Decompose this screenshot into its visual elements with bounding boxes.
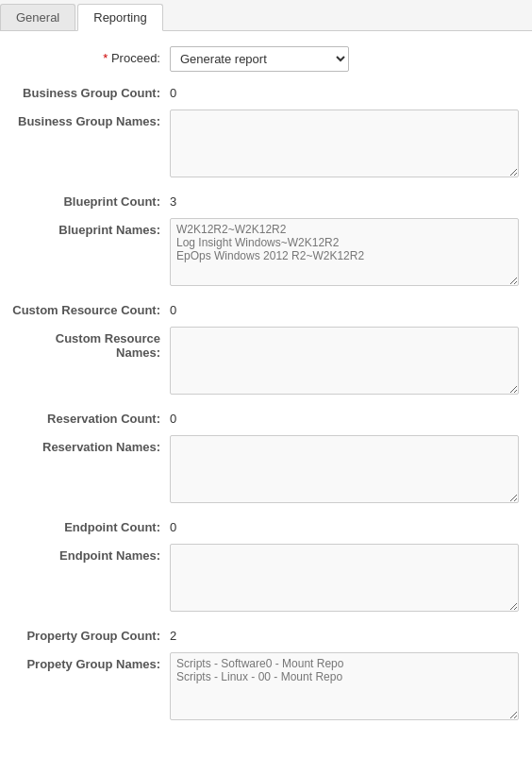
reservation-names-control — [170, 435, 523, 506]
endpoint-count-text: 0 — [170, 515, 523, 534]
custom-resource-count-row: Custom Resource Count: 0 — [9, 298, 523, 317]
property-group-names-input[interactable] — [170, 652, 519, 720]
tab-general[interactable]: General — [0, 4, 75, 30]
reservation-count-text: 0 — [170, 407, 523, 426]
custom-resource-names-row: Custom Resource Names: — [9, 327, 523, 397]
blueprint-names-label: Blueprint Names: — [9, 218, 170, 237]
blueprint-count-row: Blueprint Count: 3 — [9, 190, 523, 209]
property-group-count-label: Property Group Count: — [9, 624, 170, 643]
proceed-required: * — [103, 51, 111, 65]
blueprint-names-input[interactable] — [170, 218, 519, 286]
property-group-names-row: Propety Group Names: — [9, 652, 523, 723]
tab-bar: General Reporting — [0, 0, 532, 31]
business-group-count-row: Business Group Count: 0 — [9, 81, 523, 100]
property-group-count-row: Property Group Count: 2 — [9, 624, 523, 643]
endpoint-count-value: 0 — [170, 515, 523, 534]
proceed-row: * Proceed: Generate report — [9, 46, 523, 72]
business-group-names-control — [170, 109, 523, 180]
endpoint-count-row: Endpoint Count: 0 — [9, 515, 523, 534]
custom-resource-names-control — [170, 327, 523, 397]
reservation-names-row: Reservation Names: — [9, 435, 523, 506]
business-group-names-input[interactable] — [170, 109, 519, 177]
blueprint-names-row: Blueprint Names: — [9, 218, 523, 289]
custom-resource-count-label: Custom Resource Count: — [9, 298, 170, 317]
endpoint-names-label: Endpoint Names: — [9, 544, 170, 563]
endpoint-names-input[interactable] — [170, 544, 519, 612]
reservation-names-input[interactable] — [170, 435, 519, 503]
blueprint-count-text: 3 — [170, 190, 523, 209]
property-group-count-value: 2 — [170, 624, 523, 643]
reservation-count-label: Reservation Count: — [9, 407, 170, 426]
blueprint-count-label: Blueprint Count: — [9, 190, 170, 209]
blueprint-count-value: 3 — [170, 190, 523, 209]
custom-resource-count-text: 0 — [170, 298, 523, 317]
property-group-names-label: Propety Group Names: — [9, 652, 170, 671]
business-group-names-row: Business Group Names: — [9, 109, 523, 180]
business-group-names-label: Business Group Names: — [9, 109, 170, 128]
endpoint-count-label: Endpoint Count: — [9, 515, 170, 534]
proceed-select[interactable]: Generate report — [170, 46, 349, 72]
business-group-count-value: 0 — [170, 81, 523, 100]
property-group-names-control — [170, 652, 523, 723]
reservation-count-value: 0 — [170, 407, 523, 426]
property-group-count-text: 2 — [170, 624, 523, 643]
endpoint-names-control — [170, 544, 523, 615]
tab-reporting[interactable]: Reporting — [77, 4, 162, 31]
blueprint-names-control — [170, 218, 523, 289]
form-area: * Proceed: Generate report Business Grou… — [0, 31, 532, 742]
proceed-label: * Proceed: — [9, 46, 170, 65]
reservation-names-label: Reservation Names: — [9, 435, 170, 454]
proceed-control: Generate report — [170, 46, 523, 72]
endpoint-names-row: Endpoint Names: — [9, 544, 523, 615]
custom-resource-names-input[interactable] — [170, 327, 519, 395]
custom-resource-count-value: 0 — [170, 298, 523, 317]
custom-resource-names-label: Custom Resource Names: — [9, 327, 170, 360]
business-group-count-text: 0 — [170, 81, 523, 100]
reservation-count-row: Reservation Count: 0 — [9, 407, 523, 426]
business-group-count-label: Business Group Count: — [9, 81, 170, 100]
